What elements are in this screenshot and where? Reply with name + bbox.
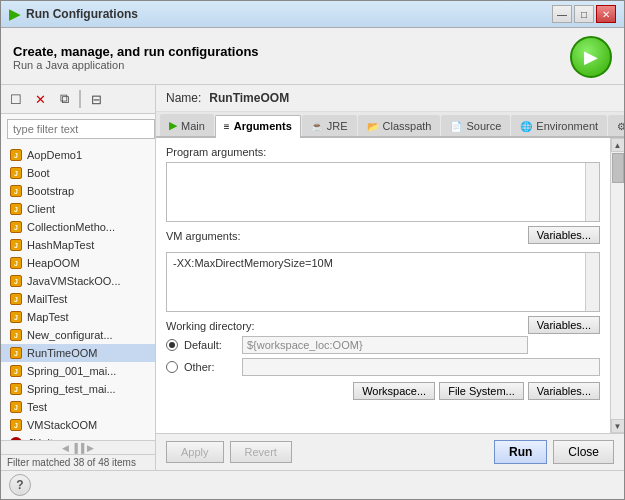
config-name-value: RunTimeOOM (209, 91, 289, 105)
dir-variables-button[interactable]: Variables... (528, 382, 600, 400)
other-dir-input[interactable] (242, 358, 600, 376)
tab-main[interactable]: ▶ Main (160, 114, 214, 136)
revert-button[interactable]: Revert (230, 441, 292, 463)
tree-item-label: VMStackOOM (27, 419, 97, 431)
tab-classpath[interactable]: 📂 Classpath (358, 115, 441, 136)
left-status: Filter matched 38 of 48 items (1, 454, 155, 470)
other-radio-button[interactable] (166, 361, 178, 373)
right-panel-inner: Program arguments: Variables... VM argum… (156, 138, 624, 433)
workspace-button[interactable]: Workspace... (353, 382, 435, 400)
tree-item-spring001mai[interactable]: J Spring_001_mai... (1, 362, 155, 380)
filter-input[interactable] (7, 119, 155, 139)
main-tab-label: Main (181, 120, 205, 132)
program-args-scrollbar[interactable] (585, 163, 599, 221)
default-radio-row: Default: (166, 336, 528, 354)
tree-item-label: Boot (27, 167, 50, 179)
java-app-icon: J (9, 256, 23, 270)
left-toolbar: ☐ ✕ ⧉ ⊟ (1, 85, 155, 114)
right-panel: Name: RunTimeOOM ▶ Main ≡ Arguments ☕ JR… (156, 85, 624, 470)
vm-args-variables-button[interactable]: Variables... (528, 316, 600, 334)
program-args-variables-button[interactable]: Variables... (528, 226, 600, 244)
java-app-icon: J (9, 328, 23, 342)
run-quick-icon: ▶ (584, 46, 598, 68)
run-quick-button[interactable]: ▶ (570, 36, 612, 78)
delete-config-button[interactable]: ✕ (29, 88, 51, 110)
tree-item-label: CollectionMetho... (27, 221, 115, 233)
jre-tab-icon: ☕ (311, 121, 323, 132)
program-args-textarea[interactable] (166, 162, 600, 222)
tree-item-client[interactable]: J Client (1, 200, 155, 218)
java-app-icon: J (9, 202, 23, 216)
tree-item-label: MailTest (27, 293, 67, 305)
close-button[interactable]: Close (553, 440, 614, 464)
java-app-icon: J (9, 274, 23, 288)
scroll-down-arrow[interactable]: ▼ (611, 419, 625, 433)
scroll-up-arrow[interactable]: ▲ (611, 138, 625, 152)
java-app-icon: J (9, 364, 23, 378)
vm-args-scrollbar[interactable] (585, 253, 599, 311)
left-tree[interactable]: J AopDemo1 J Boot J Bootstrap J Client J (1, 144, 155, 440)
right-scrollbar[interactable]: ▲ ▼ (610, 138, 624, 433)
tab-environment[interactable]: 🌐 Environment (511, 115, 607, 136)
scroll-thumb[interactable] (612, 153, 624, 183)
tree-item-aopdemo1[interactable]: J AopDemo1 (1, 146, 155, 164)
apply-button[interactable]: Apply (166, 441, 224, 463)
tree-item-runtimeoom[interactable]: J RunTimeOOM (1, 344, 155, 362)
common-tab-icon: ⚙ (617, 121, 624, 132)
default-radio-button[interactable] (166, 339, 178, 351)
tab-source[interactable]: 📄 Source (441, 115, 510, 136)
name-label: Name: (166, 91, 201, 105)
tree-item-label: Client (27, 203, 55, 215)
tree-item-label: MapTest (27, 311, 69, 323)
tree-item-maptest[interactable]: J MapTest (1, 308, 155, 326)
header-subtitle: Run a Java application (13, 59, 259, 71)
tab-common[interactable]: ⚙ Common (608, 115, 624, 136)
title-bar: ▶ Run Configurations — □ ✕ (1, 1, 624, 28)
java-app-icon: J (9, 220, 23, 234)
maximize-button[interactable]: □ (574, 5, 594, 23)
tree-item-springtestmai[interactable]: J Spring_test_mai... (1, 380, 155, 398)
tree-item-label: HashMapTest (27, 239, 94, 251)
tree-item-heapoom[interactable]: J HeapOOM (1, 254, 155, 272)
vm-args-textarea[interactable]: -XX:MaxDirectMemorySize=10M (166, 252, 600, 312)
left-hscrollbar[interactable]: ◀ ▐▐ ▶ (1, 440, 155, 454)
title-bar-left: ▶ Run Configurations (9, 6, 138, 22)
classpath-tab-label: Classpath (383, 120, 432, 132)
minimize-button[interactable]: — (552, 5, 572, 23)
close-window-button[interactable]: ✕ (596, 5, 616, 23)
arguments-tab-label: Arguments (234, 120, 292, 132)
java-app-icon: J (9, 382, 23, 396)
tree-item-newconfigurat[interactable]: J New_configurat... (1, 326, 155, 344)
tree-item-test[interactable]: J Test (1, 398, 155, 416)
tabs-row: ▶ Main ≡ Arguments ☕ JRE 📂 Classpath 📄 (156, 112, 624, 138)
default-dir-input[interactable] (242, 336, 528, 354)
tree-item-vmstackoom[interactable]: J VMStackOOM (1, 416, 155, 434)
program-args-label: Program arguments: (166, 146, 600, 158)
new-config-icon: ☐ (10, 92, 22, 107)
java-app-icon: J (9, 148, 23, 162)
tree-item-mailtest[interactable]: J MailTest (1, 290, 155, 308)
tree-item-label: RunTimeOOM (27, 347, 98, 359)
java-app-icon: J (9, 346, 23, 360)
java-app-icon: J (9, 166, 23, 180)
filesystem-button[interactable]: File System... (439, 382, 524, 400)
window-title-icon: ▶ (9, 6, 20, 22)
header-text: Create, manage, and run configurations R… (13, 44, 259, 71)
dir-buttons: Workspace... File System... Variables... (166, 382, 600, 400)
main-content: ☐ ✕ ⧉ ⊟ J AopDemo1 (1, 84, 624, 470)
tree-item-javavmstackoo[interactable]: J JavaVMStackOO... (1, 272, 155, 290)
collapse-all-button[interactable]: ⊟ (85, 88, 107, 110)
source-tab-icon: 📄 (450, 121, 462, 132)
tab-jre[interactable]: ☕ JRE (302, 115, 357, 136)
java-app-icon: J (9, 418, 23, 432)
tree-item-bootstrap[interactable]: J Bootstrap (1, 182, 155, 200)
source-tab-label: Source (466, 120, 501, 132)
tree-item-boot[interactable]: J Boot (1, 164, 155, 182)
tab-arguments[interactable]: ≡ Arguments (215, 115, 301, 138)
tree-item-collectionmetho[interactable]: J CollectionMetho... (1, 218, 155, 236)
new-config-button[interactable]: ☐ (5, 88, 27, 110)
duplicate-config-button[interactable]: ⧉ (53, 88, 75, 110)
tree-item-hashmaptest[interactable]: J HashMapTest (1, 236, 155, 254)
run-button[interactable]: Run (494, 440, 547, 464)
help-button[interactable]: ? (9, 474, 31, 496)
